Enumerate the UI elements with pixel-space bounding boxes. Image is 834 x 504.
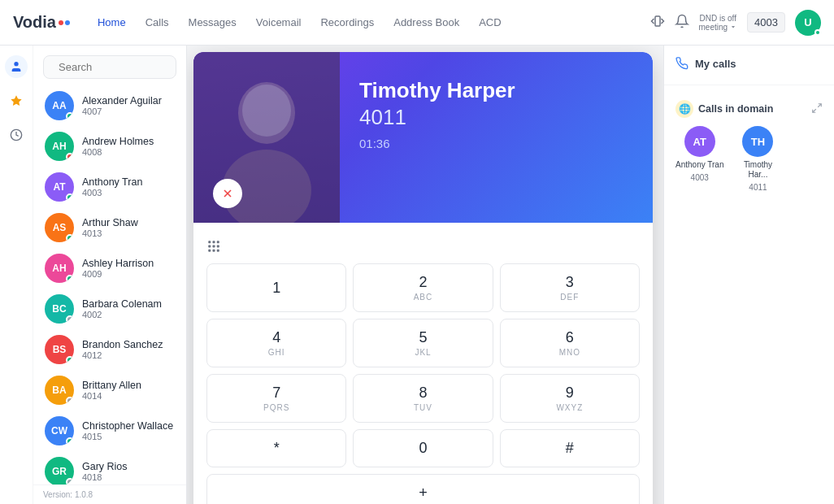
svg-rect-14 <box>208 245 211 248</box>
contact-ext: 4014 <box>82 391 175 401</box>
dial-main: # <box>507 440 632 457</box>
svg-rect-17 <box>208 250 211 252</box>
contact-name: Christopher Wallace <box>82 420 175 432</box>
contact-item[interactable]: CW Christopher Wallace 4015 <box>38 411 181 451</box>
cid-title: Calls in domain <box>698 103 806 115</box>
calls-in-domain-section: 🌐 Calls in domain AT Anthony Tran 4003 T… <box>664 92 834 200</box>
contact-status-dot <box>66 193 74 202</box>
dialpad-header <box>206 236 640 263</box>
dialpad-key-6[interactable]: 6MNO <box>500 319 640 367</box>
svg-rect-13 <box>217 241 219 243</box>
svg-rect-16 <box>217 245 219 248</box>
svg-rect-12 <box>213 241 215 243</box>
nav-acd[interactable]: ACD <box>471 11 509 33</box>
nav-voicemail[interactable]: Voicemail <box>248 11 310 33</box>
dialpad-key-3[interactable]: 3DEF <box>500 263 640 312</box>
dial-main: + <box>214 484 632 502</box>
cid-call-avatar: AT <box>684 126 715 157</box>
search-box <box>43 55 176 79</box>
contact-name: Brittany Allen <box>82 380 175 391</box>
contact-status-dot <box>66 234 74 242</box>
svg-rect-11 <box>208 241 211 243</box>
contact-item[interactable]: GR Gary Rios 4018 <box>38 451 181 484</box>
contact-item[interactable]: AT Anthony Tran 4003 <box>38 167 181 207</box>
main-area: AA Alexander Aguilar 4007 AH Andrew Holm… <box>0 46 834 504</box>
svg-rect-15 <box>213 245 215 248</box>
dial-sub: ABC <box>360 293 485 302</box>
dialpad-key-8[interactable]: 8TUV <box>353 374 493 423</box>
nav-recordings[interactable]: Recordings <box>312 11 382 33</box>
dialpad-key-4[interactable]: 4GHI <box>206 319 346 367</box>
contact-item[interactable]: AH Ashley Harrison 4009 <box>38 248 181 289</box>
contact-info: Brandon Sanchez 4012 <box>82 339 175 360</box>
contact-ext: 4007 <box>82 106 175 116</box>
logo-text: Vodia <box>13 13 56 32</box>
nav-addressbook[interactable]: Address Book <box>385 11 467 33</box>
contact-item[interactable]: AA Alexander Aguilar 4007 <box>38 85 181 126</box>
dialpad-key-1[interactable]: 1 <box>206 263 346 312</box>
cid-expand-button[interactable] <box>811 102 823 116</box>
call-close-button[interactable] <box>213 179 242 208</box>
cid-calls: AT Anthony Tran 4003 TH Timothy Har... 4… <box>675 126 823 192</box>
cid-header: 🌐 Calls in domain <box>675 100 823 118</box>
cid-call-item[interactable]: AT Anthony Tran 4003 <box>675 126 723 192</box>
call-modal: Timothy Harper 4011 01:36 12ABC3DEF4GHI5… <box>193 52 653 504</box>
contact-ext: 4018 <box>82 472 175 482</box>
contact-info: Andrew Holmes 4008 <box>82 136 175 157</box>
dial-main: 3 <box>507 274 632 291</box>
nav-right: DND is off meeting 4003 U <box>650 10 822 36</box>
dial-sub: MNO <box>507 348 632 357</box>
user-avatar[interactable]: U <box>795 10 821 36</box>
svg-rect-18 <box>213 250 215 252</box>
dialpad-key-+[interactable]: + <box>206 474 640 504</box>
dnd-control[interactable]: DND is off meeting <box>699 14 738 32</box>
dialpad-key-*[interactable]: * <box>206 429 346 467</box>
contact-item[interactable]: BS Brandon Sanchez 4012 <box>38 329 181 370</box>
clock-icon-btn[interactable] <box>5 124 28 146</box>
dialpad-key-7[interactable]: 7PQRS <box>206 374 346 423</box>
phone-icon <box>675 57 688 70</box>
contact-status-dot <box>66 275 74 283</box>
contact-name: Andrew Holmes <box>82 136 175 147</box>
cid-globe-icon: 🌐 <box>675 100 693 118</box>
contact-info: Anthony Tran 4003 <box>82 176 175 198</box>
contact-status-dot <box>66 315 74 324</box>
contact-item[interactable]: BA Brittany Allen 4014 <box>38 370 181 411</box>
my-calls-label: My calls <box>695 58 736 70</box>
contact-avatar: BS <box>45 335 74 364</box>
contact-avatar: AH <box>45 254 74 283</box>
dial-main: * <box>214 440 339 457</box>
search-input[interactable] <box>59 61 186 73</box>
dnd-sub: meeting <box>699 23 738 32</box>
nav-home[interactable]: Home <box>89 11 134 33</box>
dialpad-key-2[interactable]: 2ABC <box>353 263 493 312</box>
contact-item[interactable]: AH Andrew Holmes 4008 <box>38 126 181 167</box>
nav-calls[interactable]: Calls <box>137 11 177 33</box>
sidebar-contact-list: AA Alexander Aguilar 4007 AH Andrew Holm… <box>33 85 186 484</box>
bell-icon-btn[interactable] <box>675 14 689 32</box>
svg-point-0 <box>14 62 18 66</box>
cid-call-ext: 4003 <box>691 173 709 182</box>
contact-name: Alexander Aguilar <box>82 95 175 106</box>
nav-messages[interactable]: Messages <box>180 11 245 33</box>
contact-name: Anthony Tran <box>82 176 175 188</box>
contact-status-dot <box>66 153 74 161</box>
contact-info: Gary Rios 4018 <box>82 461 175 482</box>
transfer-icon-btn[interactable] <box>650 14 665 32</box>
dialpad-key-5[interactable]: 5JKL <box>353 319 493 367</box>
dialpad-key-#[interactable]: # <box>500 429 640 467</box>
contact-avatar: AT <box>45 172 74 202</box>
dialpad-key-0[interactable]: 0 <box>353 429 493 467</box>
my-calls-header: My calls <box>664 46 834 78</box>
contact-item[interactable]: BC Barbara Colenam 4002 <box>38 289 181 329</box>
dialpad-grid: 12ABC3DEF4GHI5JKL6MNO7PQRS8TUV9WXYZ*0#+ <box>206 263 640 504</box>
contacts-icon-btn[interactable] <box>5 55 28 78</box>
contact-ext: 4009 <box>82 269 175 279</box>
contact-avatar: CW <box>45 416 74 445</box>
cid-call-item[interactable]: TH Timothy Har... 4011 <box>733 126 782 192</box>
dialpad-key-9[interactable]: 9WXYZ <box>500 374 640 423</box>
contact-avatar: BA <box>45 376 74 405</box>
contact-item[interactable]: AS Arthur Shaw 4013 <box>38 207 181 248</box>
star-icon-btn[interactable] <box>5 89 28 112</box>
contact-info: Ashley Harrison 4009 <box>82 258 175 279</box>
